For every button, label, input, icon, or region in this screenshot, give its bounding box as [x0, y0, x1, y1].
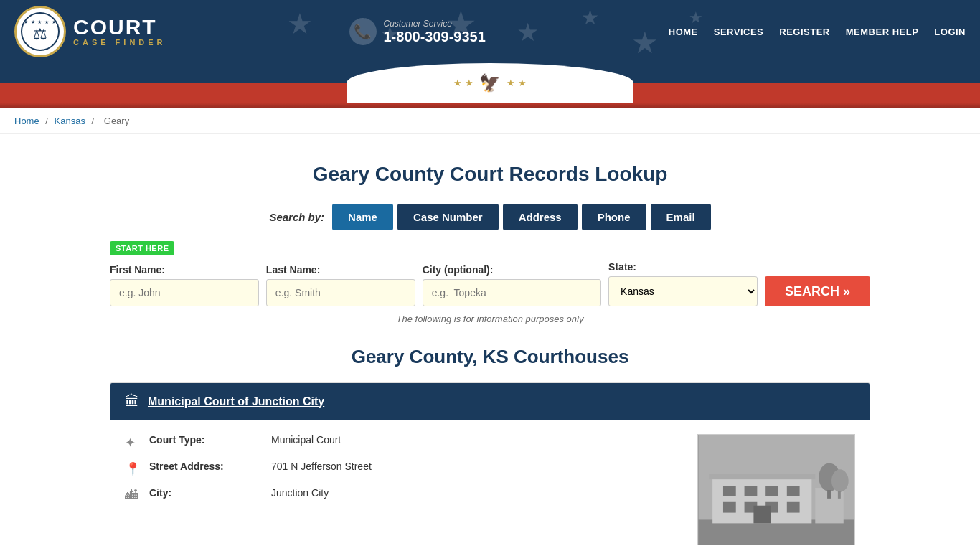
search-by-row: Search by: Name Case Number Address Phon…	[110, 204, 870, 230]
court-type-value: Municipal Court	[271, 434, 341, 446]
svg-rect-8	[723, 502, 736, 513]
start-here-badge: START HERE	[110, 241, 174, 255]
page-title: Geary County Court Records Lookup	[110, 163, 870, 186]
courthouse-card: 🏛 Municipal Court of Junction City ✦ Cou…	[110, 382, 870, 551]
state-group: State: Kansas Missouri Oklahoma Colorado…	[608, 261, 758, 306]
main-content: Geary County Court Records Lookup Search…	[95, 134, 885, 551]
banner-stars-left: ★ ★	[453, 77, 473, 88]
logo-badge-inner: ★ ★ ★ ★ ★ ⚖	[21, 12, 60, 51]
tab-phone[interactable]: Phone	[582, 204, 646, 230]
search-form-area: START HERE First Name: Last Name: City (…	[110, 241, 870, 306]
city-row: 🏙 City: Junction City	[125, 487, 683, 503]
svg-rect-11	[787, 502, 800, 513]
svg-rect-4	[723, 486, 736, 496]
first-name-label: First Name:	[110, 264, 259, 276]
nav-register[interactable]: REGISTER	[779, 27, 829, 37]
logo-area: ★ ★ ★ ★ ★ ⚖ COURT CASE FINDER	[14, 6, 166, 57]
courthouse-name-link[interactable]: Municipal Court of Junction City	[148, 395, 324, 408]
svg-rect-3	[709, 474, 815, 479]
svg-point-16	[831, 469, 849, 492]
city-info-label: City:	[149, 487, 264, 499]
courthouse-building-svg	[698, 435, 854, 545]
last-name-label: Last Name:	[266, 264, 415, 276]
street-label: Street Address:	[149, 461, 264, 472]
eagle-banner: ★ ★ 🦅 ★ ★	[0, 63, 980, 103]
nav-home[interactable]: HOME	[669, 27, 698, 37]
cs-info: Customer Service 1-800-309-9351	[384, 19, 486, 45]
street-address-row: 📍 Street Address: 701 N Jefferson Street	[125, 461, 683, 477]
banner-stars-right: ★ ★	[507, 77, 527, 88]
city-group: City (optional):	[423, 264, 601, 306]
last-name-group: Last Name:	[266, 264, 415, 306]
city-row-icon: 🏙	[125, 488, 142, 503]
logo-stars: ★ ★ ★ ★ ★	[24, 19, 57, 25]
tab-address[interactable]: Address	[503, 204, 578, 230]
search-form-row: First Name: Last Name: City (optional): …	[110, 261, 870, 306]
search-by-label: Search by:	[269, 211, 324, 223]
svg-rect-6	[765, 486, 778, 496]
svg-rect-7	[787, 486, 800, 496]
svg-rect-1	[698, 519, 854, 545]
breadcrumb-sep1: /	[45, 116, 50, 126]
search-button-label: SEARCH »	[785, 284, 850, 299]
city-label: City (optional):	[423, 264, 601, 276]
phone-icon: 📞	[349, 18, 377, 45]
courthouses-title: Geary County, KS Courthouses	[110, 346, 870, 368]
state-select[interactable]: Kansas Missouri Oklahoma Colorado Nebras…	[608, 276, 758, 306]
breadcrumb-county: Geary	[104, 116, 129, 126]
courthouse-image	[697, 434, 855, 545]
svg-rect-15	[827, 490, 831, 499]
city-info-value: Junction City	[271, 487, 329, 499]
street-value: 701 N Jefferson Street	[271, 461, 372, 472]
nav-services[interactable]: SERVICES	[714, 27, 764, 37]
logo-badge: ★ ★ ★ ★ ★ ⚖	[14, 6, 66, 57]
eagle-banner-inner: ★ ★ 🦅 ★ ★	[347, 63, 633, 103]
tab-case-number[interactable]: Case Number	[397, 204, 499, 230]
courthouse-body: ✦ Court Type: Municipal Court 📍 Street A…	[110, 420, 870, 551]
court-type-row: ✦ Court Type: Municipal Court	[125, 434, 683, 451]
court-type-icon: ✦	[125, 435, 142, 451]
info-note: The following is for information purpose…	[110, 314, 870, 324]
logo-case-finder-text: CASE FINDER	[73, 38, 166, 47]
court-type-label: Court Type:	[149, 434, 264, 446]
site-header: ★ ★ ★ ★ ★ ★ ★ ★ ★ ★ ★ ★ ⚖ COURT CASE FIN…	[0, 0, 980, 63]
scales-icon: ⚖	[33, 25, 47, 44]
svg-rect-5	[745, 486, 758, 496]
svg-rect-17	[838, 491, 841, 499]
city-input[interactable]	[423, 279, 601, 306]
last-name-input[interactable]	[266, 279, 415, 306]
tab-email[interactable]: Email	[651, 204, 711, 230]
tab-name[interactable]: Name	[332, 204, 393, 230]
search-button[interactable]: SEARCH »	[765, 276, 870, 306]
svg-rect-12	[753, 506, 771, 524]
cs-label: Customer Service	[384, 19, 486, 29]
logo-text: COURT CASE FINDER	[73, 17, 166, 47]
nav-member-help[interactable]: MEMBER HELP	[846, 27, 919, 37]
courthouse-header: 🏛 Municipal Court of Junction City	[110, 383, 870, 420]
cs-phone: 1-800-309-9351	[384, 29, 486, 45]
customer-service: 📞 Customer Service 1-800-309-9351	[349, 18, 486, 45]
courthouse-content: ✦ Court Type: Municipal Court 📍 Street A…	[125, 434, 855, 545]
first-name-input[interactable]	[110, 279, 259, 306]
breadcrumb: Home / Kansas / Geary	[0, 108, 980, 134]
location-icon: 📍	[125, 461, 142, 477]
state-label: State:	[608, 261, 758, 273]
first-name-group: First Name:	[110, 264, 259, 306]
ribbon-bar	[0, 103, 980, 108]
main-nav: HOME SERVICES REGISTER MEMBER HELP LOGIN	[669, 27, 966, 37]
nav-login[interactable]: LOGIN	[934, 27, 966, 37]
eagle-icon: 🦅	[479, 73, 501, 93]
breadcrumb-state[interactable]: Kansas	[55, 116, 85, 126]
breadcrumb-home[interactable]: Home	[14, 116, 39, 126]
logo-court-text: COURT	[73, 17, 166, 38]
courthouse-building-icon: 🏛	[125, 393, 139, 410]
courthouse-details: ✦ Court Type: Municipal Court 📍 Street A…	[125, 434, 683, 545]
breadcrumb-sep2: /	[92, 116, 97, 126]
